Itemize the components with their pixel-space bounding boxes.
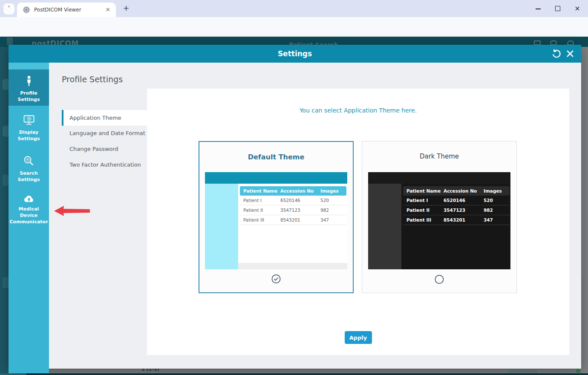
nav-item-application-theme[interactable]: Application Theme bbox=[62, 110, 147, 126]
sidebar-item-profile-settings[interactable]: Profile Settings bbox=[9, 69, 49, 106]
preview-table: Patient Name Accession No Images Patient… bbox=[240, 186, 346, 225]
theme-card-dark[interactable]: Dark Theme Patient Name Accession No Ima… bbox=[362, 141, 517, 293]
theme-name: Default Theme bbox=[199, 153, 353, 161]
nav-item-language-date-format[interactable]: Language and Date Format bbox=[62, 126, 147, 141]
browser-tabstrip: ˅ PostDICOM Viewer × + × bbox=[0, 0, 588, 17]
table-edge-line bbox=[582, 47, 583, 277]
tab-close-icon[interactable]: × bbox=[104, 6, 112, 13]
cell: 347 bbox=[320, 217, 346, 222]
browser-toolbar: ← → ↻ germany.postdicom.com/Viewer/Main … bbox=[0, 17, 588, 37]
circle-icon bbox=[435, 274, 444, 284]
cell: Patient III bbox=[403, 217, 444, 222]
sidebar-item-label: Profile Settings bbox=[9, 90, 49, 103]
sidebar-item-label: Medical Device Communicator bbox=[9, 206, 49, 225]
sidebar-item-label: Display Settings bbox=[9, 130, 49, 142]
cell: 8543201 bbox=[444, 217, 484, 222]
background-bottom-bar bbox=[0, 373, 588, 375]
postdicom-favicon bbox=[23, 6, 30, 13]
new-tab-button[interactable]: + bbox=[121, 3, 131, 14]
cell: 3547123 bbox=[444, 208, 484, 213]
status-dot bbox=[576, 369, 580, 373]
cell: 520 bbox=[484, 198, 510, 203]
sidebar-item-display-settings[interactable]: Display Settings bbox=[9, 110, 49, 146]
red-arrow-annotation bbox=[54, 205, 90, 217]
window-maximize-button[interactable] bbox=[553, 4, 562, 13]
theme-card-default[interactable]: Default Theme Patient Name Accession No … bbox=[199, 141, 354, 293]
close-icon bbox=[564, 48, 576, 60]
col-header: Images bbox=[320, 188, 346, 193]
modal-title: Settings bbox=[9, 45, 581, 63]
cell: 6520146 bbox=[444, 198, 484, 203]
sidebar-item-label: Search Settings bbox=[9, 170, 49, 183]
theme-select-message: You can select Application Theme here. bbox=[147, 107, 569, 114]
browser-tab[interactable]: PostDICOM Viewer × bbox=[17, 3, 116, 17]
theme-name: Dark Theme bbox=[362, 153, 516, 160]
table-row: Patient II 3547123 982 bbox=[240, 205, 346, 215]
display-gear-icon bbox=[23, 115, 35, 126]
tab-title: PostDICOM Viewer bbox=[34, 7, 81, 13]
col-header: Accession No bbox=[444, 188, 484, 193]
person-icon bbox=[24, 75, 34, 87]
background-status-bar: 3 (1-3) bbox=[9, 369, 581, 373]
dark-theme-preview: Patient Name Accession No Images Patient… bbox=[368, 172, 510, 269]
chevron-down-icon: ˅ bbox=[8, 6, 10, 12]
table-row: Patient II 3547123 982 bbox=[403, 205, 510, 215]
cell: 6520146 bbox=[280, 198, 320, 203]
cell: Patient III bbox=[240, 217, 280, 222]
sidebar-item-medical-device-communicator[interactable]: Medical Device Communicator bbox=[9, 190, 49, 225]
cell: 8543201 bbox=[280, 217, 320, 222]
modal-refresh-button[interactable] bbox=[551, 48, 562, 60]
preview-table-header: Patient Name Accession No Images bbox=[403, 186, 510, 196]
preview-body: Patient Name Accession No Images Patient… bbox=[205, 184, 347, 269]
dark-theme-radio-unselected[interactable] bbox=[435, 274, 444, 284]
application-theme-panel: You can select Application Theme here. D… bbox=[147, 89, 569, 355]
col-header: Patient Name bbox=[240, 188, 280, 193]
page-title: Profile Settings bbox=[62, 75, 123, 84]
preview-sidebar bbox=[368, 184, 401, 269]
window-minimize-button[interactable] bbox=[534, 4, 542, 13]
col-header: Images bbox=[484, 188, 510, 193]
nav-item-change-password[interactable]: Change Password bbox=[62, 141, 147, 157]
cell: 520 bbox=[320, 198, 346, 203]
cell: Patient I bbox=[240, 198, 280, 203]
window-close-button[interactable]: × bbox=[573, 4, 582, 13]
preview-sidebar bbox=[205, 184, 238, 269]
col-header: Patient Name bbox=[403, 188, 444, 193]
default-theme-radio-selected[interactable] bbox=[271, 274, 281, 284]
table-row: Patient I 6520146 520 bbox=[403, 196, 510, 205]
cell: Patient I bbox=[403, 198, 444, 203]
tab-search-button[interactable]: ˅ bbox=[3, 3, 14, 14]
table-row: Patient I 6520146 520 bbox=[240, 196, 346, 205]
cell: 3547123 bbox=[280, 208, 320, 213]
minimize-icon bbox=[536, 9, 541, 9]
nav-item-two-factor-authentication[interactable]: Two Factor Authentication bbox=[62, 157, 147, 173]
preview-table: Patient Name Accession No Images Patient… bbox=[403, 186, 510, 225]
preview-header-bar bbox=[205, 172, 347, 184]
pagination-button bbox=[508, 369, 538, 373]
sidebar-continuation bbox=[9, 369, 49, 373]
col-header: Accession No bbox=[280, 188, 320, 193]
profile-settings-nav: Application Theme Language and Date Form… bbox=[62, 110, 147, 173]
settings-modal: Settings Profile Settings bbox=[9, 45, 581, 369]
modal-close-button[interactable] bbox=[564, 48, 576, 60]
table-row: Patient III 8543201 347 bbox=[403, 215, 510, 225]
cell: Patient II bbox=[240, 208, 280, 213]
sidebar-item-search-settings[interactable]: Search Settings bbox=[9, 150, 49, 186]
cloud-upload-icon bbox=[22, 195, 36, 202]
preview-body: Patient Name Accession No Images Patient… bbox=[368, 184, 510, 269]
refresh-icon bbox=[551, 48, 562, 60]
table-row: Patient III 8543201 347 bbox=[240, 215, 346, 225]
preview-table-header: Patient Name Accession No Images bbox=[240, 186, 346, 196]
cell: 982 bbox=[484, 208, 510, 213]
background-left-toolbar bbox=[0, 47, 9, 375]
cell: 982 bbox=[320, 208, 346, 213]
default-theme-preview: Patient Name Accession No Images Patient… bbox=[205, 172, 347, 269]
preview-header-bar bbox=[368, 172, 510, 184]
search-gear-icon bbox=[23, 155, 35, 167]
cell: Patient II bbox=[403, 208, 444, 213]
preview-footer-bar bbox=[238, 263, 347, 269]
maximize-icon bbox=[555, 6, 560, 11]
apply-button[interactable]: Apply bbox=[345, 331, 372, 344]
modal-header: Settings bbox=[9, 45, 581, 63]
result-count: 3 (1-3) bbox=[141, 369, 159, 372]
